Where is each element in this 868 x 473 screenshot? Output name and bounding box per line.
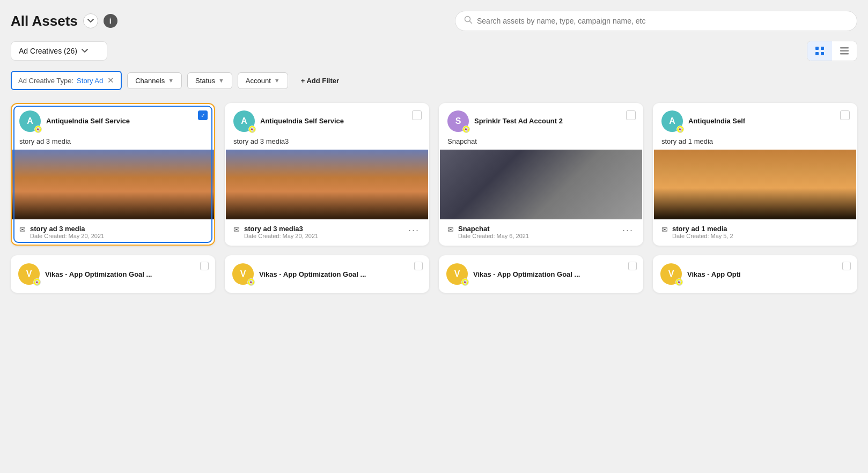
- card-image-3: [440, 150, 642, 219]
- bottom-card-checkbox-1[interactable]: [200, 262, 209, 270]
- card-header-2: A 👻 AntiqueIndia Self Service: [226, 104, 428, 136]
- bottom-cards-row: V 👻 Vikas - App Optimization Goal ... V …: [11, 255, 857, 293]
- card-ad-name-3: Snapchat: [440, 136, 642, 150]
- grid-view-button[interactable]: [807, 41, 832, 61]
- footer-title-1: story ad 3 media: [30, 225, 104, 233]
- bottom-snapchat-badge-3: 👻: [461, 278, 469, 286]
- svg-rect-8: [840, 53, 849, 55]
- envelope-icon-1: ✉: [19, 225, 26, 234]
- status-caret-icon: ▼: [218, 77, 224, 84]
- account-name-1: AntiqueIndia Self Service: [46, 117, 130, 126]
- footer-text-4: story ad 1 media Date Created: May 5, 2: [672, 225, 733, 239]
- info-icon[interactable]: i: [104, 14, 117, 28]
- footer-date-2: Date Created: May 20, 2021: [244, 233, 318, 239]
- bottom-card-checkbox-4[interactable]: [842, 262, 851, 270]
- svg-rect-2: [815, 47, 819, 50]
- snapchat-badge-4: 👻: [676, 125, 684, 133]
- asset-type-dropdown[interactable]: Ad Creatives (26): [11, 41, 107, 61]
- bottom-card-checkbox-3[interactable]: [628, 262, 637, 270]
- account-label: Account: [246, 77, 271, 85]
- title-area: All Assets i: [11, 13, 117, 29]
- account-name-2: AntiqueIndia Self Service: [260, 117, 344, 126]
- snapchat-badge-1: 👻: [34, 125, 42, 133]
- svg-line-1: [470, 21, 472, 24]
- bottom-card-name-4: Vikas - App Opti: [687, 270, 741, 278]
- svg-rect-4: [815, 52, 819, 55]
- card-1[interactable]: A 👻 AntiqueIndia Self Service story ad 3…: [11, 103, 215, 246]
- active-filters-row: Ad Creative Type: Story Ad ✕ Channels ▼ …: [11, 71, 857, 90]
- status-label: Status: [195, 77, 215, 85]
- card-checkbox-1[interactable]: [198, 110, 208, 120]
- footer-info-4: ✉ story ad 1 media Date Created: May 5, …: [661, 225, 733, 239]
- card-2[interactable]: A 👻 AntiqueIndia Self Service story ad 3…: [225, 103, 429, 246]
- add-filter-button[interactable]: + Add Filter: [293, 73, 347, 88]
- bottom-snapchat-badge-2: 👻: [247, 278, 255, 286]
- bottom-avatar-2: V 👻: [232, 263, 254, 285]
- snapchat-badge-2: 👻: [248, 125, 256, 133]
- bottom-avatar-1: V 👻: [18, 263, 40, 285]
- search-bar: [455, 11, 857, 31]
- bottom-card-4[interactable]: V 👻 Vikas - App Opti: [653, 255, 857, 293]
- chevron-down-icon[interactable]: [83, 13, 98, 28]
- filter-chip-label: Ad Creative Type:: [18, 77, 73, 85]
- bottom-card-checkbox-2[interactable]: [414, 262, 423, 270]
- card-checkbox-3[interactable]: [626, 110, 636, 120]
- card-4[interactable]: A 👻 AntiqueIndia Self story ad 1 media ✉…: [653, 103, 857, 246]
- bottom-avatar-4: V 👻: [660, 263, 682, 285]
- avatar-1: A 👻: [19, 110, 41, 132]
- card-checkbox-4[interactable]: [840, 110, 850, 120]
- ad-creative-type-filter[interactable]: Ad Creative Type: Story Ad ✕: [11, 71, 122, 90]
- bottom-avatar-3: V 👻: [446, 263, 468, 285]
- card-3[interactable]: S 👻 Sprinklr Test Ad Account 2 Snapchat …: [439, 103, 643, 246]
- channels-label: Channels: [135, 77, 165, 85]
- footer-title-3: Snapchat: [458, 225, 529, 233]
- search-icon: [464, 16, 473, 26]
- card-header-4: A 👻 AntiqueIndia Self: [654, 104, 856, 136]
- card-ad-name-1: story ad 3 media: [12, 136, 214, 150]
- bottom-card-name-3: Vikas - App Optimization Goal ...: [473, 270, 580, 278]
- bottom-card-3[interactable]: V 👻 Vikas - App Optimization Goal ...: [439, 255, 643, 293]
- card-image-2: [226, 150, 428, 219]
- account-filter-button[interactable]: Account ▼: [238, 72, 288, 89]
- bottom-card-2[interactable]: V 👻 Vikas - App Optimization Goal ...: [225, 255, 429, 293]
- footer-info-2: ✉ story ad 3 media3 Date Created: May 20…: [233, 225, 318, 239]
- filter-chip-value: Story Ad: [77, 77, 103, 85]
- card-header-3: S 👻 Sprinklr Test Ad Account 2: [440, 104, 642, 136]
- footer-info-3: ✉ Snapchat Date Created: May 6, 2021: [447, 225, 529, 239]
- search-input[interactable]: [477, 17, 848, 25]
- account-name-3: Sprinklr Test Ad Account 2: [474, 117, 563, 126]
- svg-rect-5: [821, 52, 824, 55]
- page-container: All Assets i Ad Creatives (26): [11, 11, 857, 293]
- asset-type-label: Ad Creatives (26): [19, 47, 77, 55]
- status-filter-button[interactable]: Status ▼: [187, 72, 232, 89]
- footer-date-1: Date Created: May 20, 2021: [30, 233, 104, 239]
- controls-row: Ad Creatives (26): [11, 41, 857, 61]
- account-caret-icon: ▼: [274, 77, 280, 84]
- header-row: All Assets i: [11, 11, 857, 31]
- card-checkbox-2[interactable]: [412, 110, 422, 120]
- list-view-button[interactable]: [832, 41, 857, 61]
- channels-caret-icon: ▼: [168, 77, 174, 84]
- avatar-2: A 👻: [233, 110, 255, 132]
- card-footer-2: ✉ story ad 3 media3 Date Created: May 20…: [226, 219, 428, 245]
- close-filter-icon[interactable]: ✕: [107, 76, 114, 85]
- svg-rect-7: [840, 50, 849, 52]
- avatar-3: S 👻: [447, 110, 469, 132]
- footer-title-2: story ad 3 media3: [244, 225, 318, 233]
- footer-title-4: story ad 1 media: [672, 225, 733, 233]
- more-options-3[interactable]: ···: [621, 225, 635, 236]
- card-header-1: A 👻 AntiqueIndia Self Service: [12, 104, 214, 136]
- channels-filter-button[interactable]: Channels ▼: [127, 72, 182, 89]
- card-footer-3: ✉ Snapchat Date Created: May 6, 2021 ···: [440, 219, 642, 245]
- footer-date-4: Date Created: May 5, 2: [672, 233, 733, 239]
- card-image-1: [12, 150, 214, 219]
- footer-date-3: Date Created: May 6, 2021: [458, 233, 529, 239]
- bottom-snapchat-badge-1: 👻: [33, 278, 41, 286]
- cards-grid: A 👻 AntiqueIndia Self Service story ad 3…: [11, 103, 857, 246]
- bottom-card-1[interactable]: V 👻 Vikas - App Optimization Goal ...: [11, 255, 215, 293]
- bottom-card-name-1: Vikas - App Optimization Goal ...: [45, 270, 152, 278]
- footer-text-3: Snapchat Date Created: May 6, 2021: [458, 225, 529, 239]
- card-image-4: [654, 150, 856, 219]
- more-options-2[interactable]: ···: [407, 225, 421, 236]
- view-toggle: [807, 41, 857, 61]
